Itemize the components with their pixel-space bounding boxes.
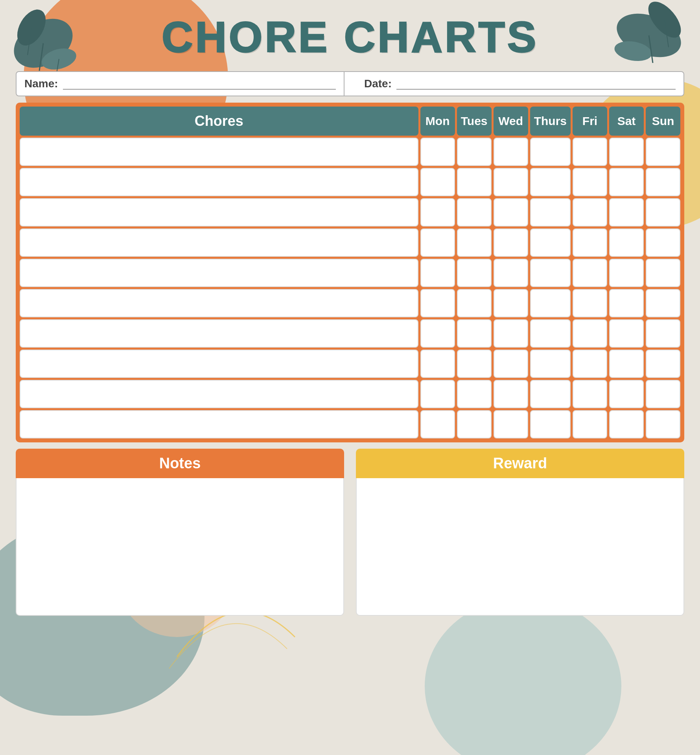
notes-section: Notes	[16, 449, 344, 616]
check-sat-row2[interactable]	[609, 168, 644, 196]
check-thurs-row8[interactable]	[530, 350, 571, 378]
header-chores: Chores	[20, 107, 418, 136]
page-title: CHORE CHARTS	[16, 12, 684, 62]
check-mon-row7[interactable]	[420, 319, 455, 348]
check-wed-row3[interactable]	[494, 198, 528, 226]
check-wed-row9[interactable]	[494, 380, 528, 408]
chore-row-7[interactable]	[20, 319, 418, 348]
chore-row-1[interactable]	[20, 138, 418, 166]
check-sat-row5[interactable]	[609, 259, 644, 287]
check-sun-row7[interactable]	[646, 319, 680, 348]
check-tues-row10[interactable]	[457, 410, 492, 438]
name-input-line[interactable]	[63, 78, 336, 90]
check-fri-row3[interactable]	[573, 198, 607, 226]
header-mon: Mon	[420, 107, 455, 136]
check-mon-row3[interactable]	[420, 198, 455, 226]
check-sun-row8[interactable]	[646, 350, 680, 378]
check-mon-row6[interactable]	[420, 289, 455, 317]
date-box: Date:	[356, 72, 683, 96]
check-sat-row6[interactable]	[609, 289, 644, 317]
chore-row-4[interactable]	[20, 228, 418, 257]
bottom-section: Notes Reward	[16, 449, 684, 616]
check-thurs-row10[interactable]	[530, 410, 571, 438]
check-fri-row5[interactable]	[573, 259, 607, 287]
check-fri-row4[interactable]	[573, 228, 607, 257]
check-tues-row6[interactable]	[457, 289, 492, 317]
check-tues-row4[interactable]	[457, 228, 492, 257]
check-wed-row10[interactable]	[494, 410, 528, 438]
check-wed-row2[interactable]	[494, 168, 528, 196]
check-tues-row5[interactable]	[457, 259, 492, 287]
check-tues-row8[interactable]	[457, 350, 492, 378]
check-thurs-row3[interactable]	[530, 198, 571, 226]
check-wed-row7[interactable]	[494, 319, 528, 348]
chore-row-8[interactable]	[20, 350, 418, 378]
chore-row-10[interactable]	[20, 410, 418, 438]
check-thurs-row4[interactable]	[530, 228, 571, 257]
check-mon-row8[interactable]	[420, 350, 455, 378]
check-sun-row4[interactable]	[646, 228, 680, 257]
chore-row-2[interactable]	[20, 168, 418, 196]
check-mon-row4[interactable]	[420, 228, 455, 257]
check-sun-row6[interactable]	[646, 289, 680, 317]
check-fri-row7[interactable]	[573, 319, 607, 348]
check-sat-row8[interactable]	[609, 350, 644, 378]
check-sun-row1[interactable]	[646, 138, 680, 166]
name-box: Name:	[17, 72, 344, 96]
check-mon-row1[interactable]	[420, 138, 455, 166]
check-thurs-row1[interactable]	[530, 138, 571, 166]
check-tues-row7[interactable]	[457, 319, 492, 348]
check-mon-row9[interactable]	[420, 380, 455, 408]
check-wed-row1[interactable]	[494, 138, 528, 166]
check-tues-row3[interactable]	[457, 198, 492, 226]
check-fri-row9[interactable]	[573, 380, 607, 408]
name-date-row: Name: Date:	[16, 71, 684, 96]
chore-row-6[interactable]	[20, 289, 418, 317]
check-fri-row10[interactable]	[573, 410, 607, 438]
notes-header: Notes	[16, 449, 344, 478]
check-mon-row10[interactable]	[420, 410, 455, 438]
check-sat-row10[interactable]	[609, 410, 644, 438]
header-sun: Sun	[646, 107, 680, 136]
reward-body[interactable]	[356, 478, 684, 616]
reward-header: Reward	[356, 449, 684, 478]
check-mon-row2[interactable]	[420, 168, 455, 196]
check-tues-row2[interactable]	[457, 168, 492, 196]
check-fri-row2[interactable]	[573, 168, 607, 196]
check-sun-row10[interactable]	[646, 410, 680, 438]
chore-row-3[interactable]	[20, 198, 418, 226]
check-thurs-row9[interactable]	[530, 380, 571, 408]
chore-row-9[interactable]	[20, 380, 418, 408]
header-wed: Wed	[494, 107, 528, 136]
check-fri-row1[interactable]	[573, 138, 607, 166]
check-tues-row9[interactable]	[457, 380, 492, 408]
date-input-line[interactable]	[396, 78, 676, 90]
check-sun-row2[interactable]	[646, 168, 680, 196]
check-wed-row5[interactable]	[494, 259, 528, 287]
check-thurs-row5[interactable]	[530, 259, 571, 287]
check-sun-row5[interactable]	[646, 259, 680, 287]
header-thurs: Thurs	[530, 107, 571, 136]
check-fri-row6[interactable]	[573, 289, 607, 317]
check-sat-row4[interactable]	[609, 228, 644, 257]
check-thurs-row6[interactable]	[530, 289, 571, 317]
check-thurs-row7[interactable]	[530, 319, 571, 348]
name-label: Name:	[24, 77, 58, 90]
check-wed-row4[interactable]	[494, 228, 528, 257]
check-sat-row7[interactable]	[609, 319, 644, 348]
check-sat-row1[interactable]	[609, 138, 644, 166]
date-label: Date:	[364, 77, 392, 90]
check-sat-row3[interactable]	[609, 198, 644, 226]
check-sun-row3[interactable]	[646, 198, 680, 226]
check-sun-row9[interactable]	[646, 380, 680, 408]
check-sat-row9[interactable]	[609, 380, 644, 408]
notes-body[interactable]	[16, 478, 344, 616]
check-wed-row6[interactable]	[494, 289, 528, 317]
chore-row-5[interactable]	[20, 259, 418, 287]
check-fri-row8[interactable]	[573, 350, 607, 378]
check-wed-row8[interactable]	[494, 350, 528, 378]
check-mon-row5[interactable]	[420, 259, 455, 287]
check-tues-row1[interactable]	[457, 138, 492, 166]
check-thurs-row2[interactable]	[530, 168, 571, 196]
header-tues: Tues	[457, 107, 492, 136]
